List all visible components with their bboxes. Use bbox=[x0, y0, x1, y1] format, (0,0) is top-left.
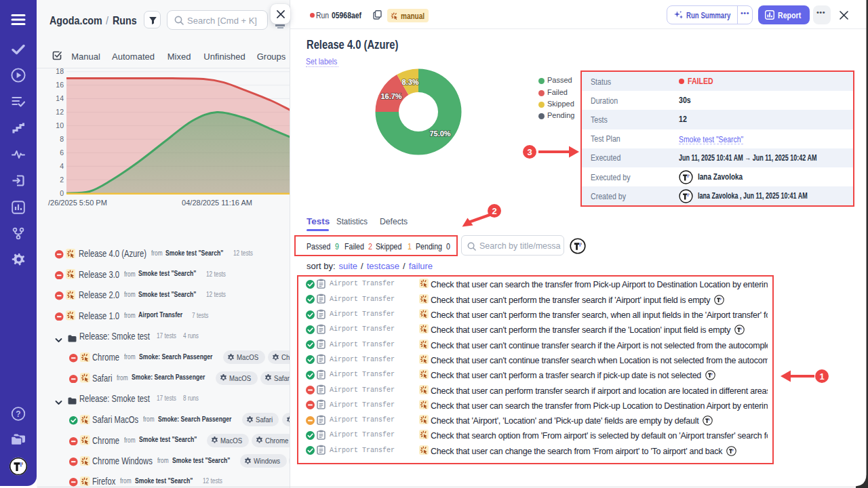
svg-text:75.0%: 75.0% bbox=[429, 129, 450, 138]
svg-text:?: ? bbox=[16, 409, 20, 419]
svg-text:16.7%: 16.7% bbox=[380, 92, 401, 100]
svg-text:8.3%: 8.3% bbox=[401, 78, 418, 86]
